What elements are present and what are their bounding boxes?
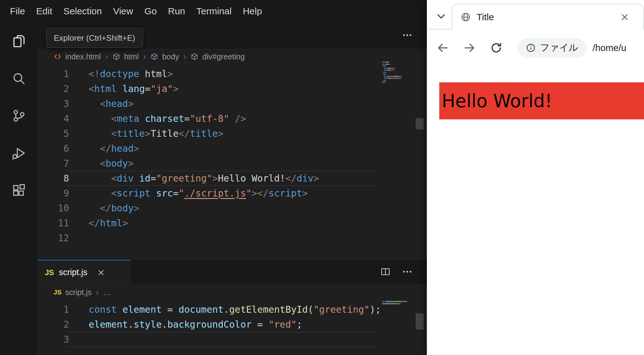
screen: FileEditSelectionViewGoRunTerminalHelp [0, 0, 644, 355]
breadcrumb-file[interactable]: script.js [65, 288, 92, 297]
line-number: 7 [37, 156, 89, 171]
breadcrumb-html[interactable]: index.html ›html›body›div#greeting [37, 49, 427, 64]
menu-item-file[interactable]: File [4, 6, 30, 16]
minimap[interactable] [382, 62, 408, 86]
js-file-icon: JS [45, 268, 54, 277]
address-bar[interactable]: ファイル /home/u [518, 38, 626, 58]
line-number: 8 [37, 171, 89, 186]
code-text: </body> [89, 201, 139, 216]
menu-item-run[interactable]: Run [162, 6, 191, 16]
menu-item-view[interactable]: View [107, 6, 138, 16]
code-editor-js[interactable]: 1const element = document.getElementById… [37, 302, 427, 347]
more-actions-icon[interactable] [402, 30, 413, 42]
breadcrumb-segment[interactable]: html [124, 52, 139, 61]
code-line[interactable]: 2<html lang="ja"> [37, 81, 427, 96]
code-line[interactable]: 7 <body> [37, 156, 427, 171]
editor-tab-bar-js: JS script.js [37, 260, 427, 285]
close-tab-icon[interactable] [97, 268, 105, 277]
line-number: 2 [37, 81, 89, 96]
code-line[interactable]: 12 [37, 231, 427, 246]
code-line[interactable]: 6 </head> [37, 141, 427, 156]
code-line[interactable]: 8 <div id="greeting">Hello World!</div> [37, 171, 427, 186]
browser-tab[interactable]: Title [452, 4, 644, 30]
close-tab-icon[interactable] [620, 12, 630, 22]
menu-bar: FileEditSelectionViewGoRunTerminalHelp [0, 0, 427, 22]
scrollbar-thumb[interactable] [416, 118, 424, 129]
scheme-label: ファイル [540, 41, 578, 54]
breadcrumb-file[interactable]: index.html [65, 52, 101, 61]
info-icon [526, 43, 536, 53]
html-file-icon [54, 53, 62, 61]
vscode-window: FileEditSelectionViewGoRunTerminalHelp [0, 0, 427, 355]
breadcrumb-segment[interactable]: div#greeting [202, 52, 245, 61]
menu-item-terminal[interactable]: Terminal [191, 6, 237, 16]
explorer-tooltip: Explorer (Ctrl+Shift+E) [46, 28, 143, 48]
breadcrumb-more[interactable]: … [103, 288, 111, 297]
globe-icon [460, 12, 471, 22]
code-line[interactable]: 1<!doctype html> [37, 67, 427, 81]
split-editor-icon[interactable] [380, 266, 391, 278]
code-editor-html[interactable]: 1<!doctype html>2<html lang="ja">3 <head… [37, 67, 427, 246]
code-line[interactable]: 9 <script src="./script.js"></script> [37, 186, 427, 201]
greeting-text: Hello World! [442, 90, 552, 112]
code-text: const element = document.getElementById(… [89, 302, 381, 317]
code-line[interactable]: 1const element = document.getElementById… [37, 302, 427, 317]
menu-item-go[interactable]: Go [139, 6, 162, 16]
menu-item-selection[interactable]: Selection [58, 6, 107, 16]
chevron-right-icon: › [183, 52, 187, 62]
line-number: 5 [37, 126, 89, 141]
menu-item-edit[interactable]: Edit [30, 6, 58, 16]
code-text: <meta charset="utf-8" /> [89, 111, 246, 126]
scrollbar-thumb[interactable] [416, 313, 424, 330]
browser-tab-strip: Title [427, 0, 644, 30]
code-text: </head> [89, 141, 139, 156]
run-debug-icon[interactable] [0, 134, 37, 172]
code-line[interactable]: 3 [37, 332, 427, 347]
tab-label: script.js [59, 268, 87, 277]
line-number: 1 [37, 67, 89, 81]
browser-window: Title [427, 0, 644, 355]
code-text: <!doctype html> [89, 67, 173, 81]
tab-search-chevron-icon[interactable] [435, 10, 447, 24]
browser-tab-title: Title [477, 12, 494, 22]
more-actions-icon[interactable] [402, 266, 413, 278]
extensions-icon[interactable] [0, 172, 37, 209]
code-line[interactable]: 11</html> [37, 216, 427, 231]
line-number: 2 [37, 317, 89, 332]
symbol-cube-icon [112, 53, 120, 61]
line-number: 12 [37, 231, 89, 246]
code-line[interactable]: 4 <meta charset="utf-8" /> [37, 111, 427, 126]
explorer-icon[interactable] [0, 22, 37, 60]
search-icon[interactable] [0, 60, 37, 97]
line-number: 6 [37, 141, 89, 156]
line-number: 1 [37, 302, 89, 317]
url-path[interactable]: /home/u [593, 43, 626, 53]
symbol-cube-icon [190, 53, 198, 61]
source-control-icon[interactable] [0, 97, 37, 134]
symbol-cube-icon [150, 53, 158, 61]
chevron-right-icon: › [142, 52, 147, 62]
line-number: 4 [37, 111, 89, 126]
code-line[interactable]: 3 <head> [37, 96, 427, 111]
code-text: <html lang="ja"> [89, 81, 179, 96]
line-number: 3 [37, 96, 89, 111]
forward-icon[interactable] [463, 41, 476, 54]
code-line[interactable]: 2element.style.backgroundColor = "red"; [37, 317, 427, 332]
code-text: element.style.backgroundColor = "red"; [89, 317, 302, 332]
file-scheme-chip[interactable]: ファイル [518, 38, 586, 58]
minimap[interactable] [382, 301, 408, 307]
breadcrumb-segment[interactable]: body [162, 52, 179, 61]
code-line[interactable]: 10 </body> [37, 201, 427, 216]
tab-script-js[interactable]: JS script.js [37, 260, 131, 284]
line-number: 3 [37, 332, 89, 347]
breadcrumb-js[interactable]: JS script.js › … [37, 285, 427, 300]
code-text: <head> [89, 96, 134, 111]
browser-toolbar: ファイル /home/u [427, 30, 644, 66]
code-line[interactable]: 5 <title>Title</title> [37, 126, 427, 141]
back-icon[interactable] [436, 41, 449, 54]
code-text: <script src="./script.js"></script> [89, 186, 308, 201]
menu-item-help[interactable]: Help [237, 6, 268, 16]
editor-group-js: JS script.js [37, 260, 427, 355]
line-number: 9 [37, 186, 89, 201]
reload-icon[interactable] [490, 41, 503, 54]
